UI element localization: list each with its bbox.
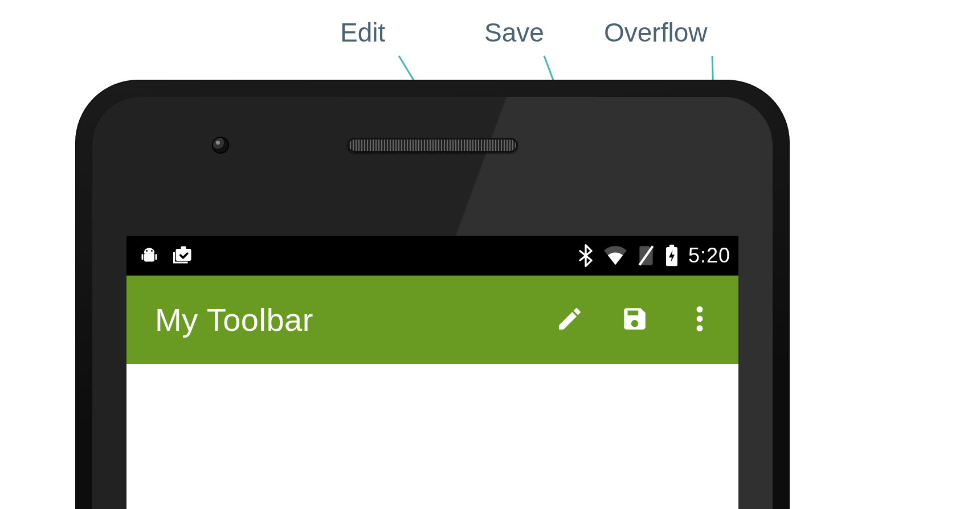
save-button[interactable]: [619, 304, 651, 336]
annotation-label-overflow: Overflow: [604, 17, 707, 48]
svg-point-14: [697, 315, 703, 322]
app-content-area: [126, 364, 738, 509]
diagram-stage: Edit Save Overflow: [0, 0, 980, 509]
more-vert-icon: [696, 305, 704, 335]
svg-rect-9: [181, 247, 186, 250]
phone-speaker: [347, 138, 518, 153]
svg-rect-12: [669, 245, 674, 248]
bluetooth-icon: [578, 244, 594, 267]
svg-point-3: [146, 250, 148, 252]
edit-button[interactable]: [554, 304, 586, 336]
annotation-label-edit: Edit: [340, 17, 385, 48]
save-icon: [620, 305, 649, 335]
phone-frame: 5:20 My Toolbar: [75, 80, 790, 509]
svg-point-15: [697, 325, 703, 331]
svg-rect-6: [142, 254, 144, 260]
android-status-bar: 5:20: [126, 236, 738, 276]
status-time: 5:20: [688, 244, 730, 268]
phone-face: 5:20 My Toolbar: [92, 97, 773, 509]
app-toolbar: My Toolbar: [126, 276, 738, 364]
phone-camera: [212, 137, 229, 154]
android-head-icon: [139, 245, 160, 266]
svg-rect-5: [144, 253, 154, 262]
annotation-label-save: Save: [484, 17, 544, 48]
pencil-icon: [556, 305, 584, 335]
svg-rect-7: [156, 254, 157, 260]
battery-charging-icon: [664, 244, 679, 267]
briefcase-check-icon: [170, 245, 194, 266]
wifi-icon: [603, 245, 628, 266]
svg-point-4: [151, 250, 153, 252]
overflow-button[interactable]: [684, 304, 716, 336]
toolbar-title: My Toolbar: [155, 301, 313, 338]
svg-rect-8: [176, 249, 191, 261]
phone-screen: 5:20 My Toolbar: [126, 236, 738, 509]
no-sim-icon: [637, 244, 655, 267]
svg-point-13: [697, 306, 703, 312]
